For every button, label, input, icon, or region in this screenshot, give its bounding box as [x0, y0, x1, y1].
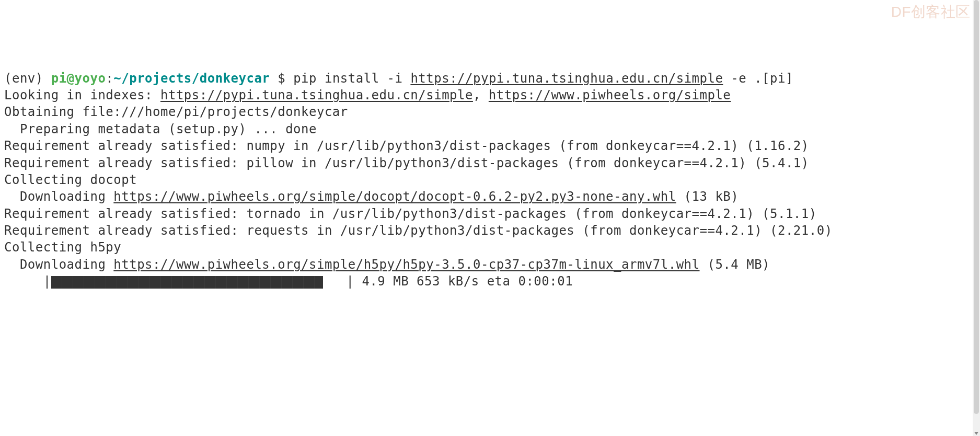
download-docopt-prefix: Downloading: [4, 189, 113, 204]
watermark: DF创客社区: [891, 2, 971, 22]
req-requests-line: Requirement already satisfied: requests …: [4, 223, 833, 238]
command-text: pip install -i: [293, 71, 410, 86]
scroll-down-icon[interactable]: [974, 432, 978, 435]
req-pillow-line: Requirement already satisfied: pillow in…: [4, 156, 809, 170]
obtaining-line: Obtaining file:///home/pi/projects/donke…: [4, 105, 348, 119]
progress-bar: [51, 276, 323, 289]
command-tail: -e .[pi]: [723, 71, 793, 86]
index-link-2[interactable]: https://www.piwheels.org/simple: [489, 88, 731, 102]
collect-h5py-line: Collecting h5py: [4, 240, 121, 255]
download-h5py-suffix: (5.4 MB): [700, 257, 770, 272]
vertical-scrollbar[interactable]: [973, 0, 980, 436]
scrollbar-thumb[interactable]: [974, 0, 979, 414]
req-tornado-line: Requirement already satisfied: tornado i…: [4, 206, 817, 221]
preparing-line: Preparing metadata (setup.py) ... done: [4, 122, 317, 136]
download-docopt-suffix: (13 kB): [676, 189, 739, 204]
indexes-sep: ,: [473, 88, 489, 102]
prompt-sep: :: [106, 71, 113, 86]
progress-text: | 4.9 MB 653 kB/s eta 0:00:01: [323, 274, 573, 289]
index-link-1[interactable]: https://pypi.tuna.tsinghua.edu.cn/simple: [160, 88, 473, 102]
download-h5py-prefix: Downloading: [4, 257, 113, 272]
h5py-whl-link[interactable]: https://www.piwheels.org/simple/h5py/h5p…: [113, 257, 699, 272]
docopt-whl-link[interactable]: https://www.piwheels.org/simple/docopt/d…: [113, 189, 676, 204]
prompt-dollar: $: [270, 71, 293, 86]
progress-prefix: |: [4, 274, 51, 289]
venv-indicator: (env): [4, 71, 51, 86]
terminal-output[interactable]: (env) pi@yoyo:~/projects/donkeycar $ pip…: [4, 70, 976, 290]
cwd: ~/projects/donkeycar: [113, 71, 270, 86]
index-url-link[interactable]: https://pypi.tuna.tsinghua.edu.cn/simple: [410, 71, 723, 86]
req-numpy-line: Requirement already satisfied: numpy in …: [4, 139, 809, 153]
user-host: pi@yoyo: [51, 71, 106, 86]
indexes-prefix: Looking in indexes:: [4, 88, 160, 102]
collect-docopt-line: Collecting docopt: [4, 173, 137, 187]
